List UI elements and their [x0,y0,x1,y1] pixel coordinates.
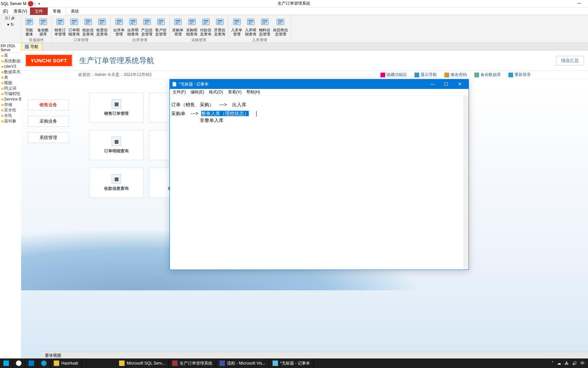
ribbon-button[interactable]: 出库明 细查询 [126,16,140,37]
tray-cloud-icon[interactable]: ☁ [557,361,561,366]
ribbon-button[interactable]: 订单明 细查询 [67,16,81,37]
svg-rect-7 [41,23,44,24]
svg-rect-11 [58,23,61,24]
ribbon-button[interactable]: 入库单 管理 [230,16,244,37]
nav-tile[interactable]: ▦销售订单管理 [89,93,144,123]
ribbon-button[interactable]: 产品信 息管理 [140,16,154,37]
ribbon-button[interactable]: 采购单 管理 [171,16,185,37]
tree-item[interactable]: 安全性 [0,107,21,113]
svg-rect-69 [278,20,283,21]
taskbar-notepad[interactable]: *无标题 - 记事本 [269,358,313,368]
nav-link[interactable]: 修改密码 [444,72,467,78]
svg-rect-19 [86,23,89,24]
folder-icon [1,77,3,79]
qat-dropdown-icon[interactable]: ▾ [37,2,42,5]
side-button[interactable]: 销售业务 [28,99,69,110]
tray-ime[interactable]: 中 [581,361,585,366]
taskbar-edge[interactable] [38,358,50,368]
ribbon-button[interactable]: 入库明 细查询 [244,16,258,37]
svg-rect-25 [117,20,121,21]
nav-subheader: 欢迎您：Admin 今天是：2021年12月9日 隐藏功能区显示导航修改密码备份… [21,71,588,79]
close-button[interactable]: ✕ [453,79,467,89]
tile-label: 收款信息查询 [104,186,129,191]
tree-item[interactable]: 数据库关系图 [0,69,21,75]
ribbon-group-purchase: 采购单 管理采购明 细查询付款信 息查询开票信 息查询 采购管理 [169,15,228,43]
notepad-menu-item[interactable]: 查看(V) [228,89,242,95]
tab-nav[interactable]: 导航 [21,43,42,50]
nav-link[interactable]: 显示导航 [414,72,437,78]
menu-e[interactable]: (E) [0,7,11,15]
ribbon-icon [69,16,80,27]
tab-system[interactable]: 系统 [66,7,84,15]
start-button[interactable] [0,358,13,368]
taskbar-search[interactable] [13,358,25,368]
menu-bar: (E) 查看(V) 文件 常规 系统 [0,7,588,15]
ribbon-button[interactable]: 开票信 息查询 [213,16,227,37]
minimize-icon[interactable]: — [577,1,581,5]
ribbon-button[interactable]: 付款信 息查询 [199,16,213,37]
tree-item[interactable]: 表 [0,75,21,80]
minimize-button[interactable]: — [426,79,439,89]
nav-link[interactable]: 隐藏功能区 [380,72,407,78]
tray-volume-icon[interactable]: 🔊 [572,361,577,366]
ribbon-button[interactable]: 备份数 据库 [36,16,50,37]
notepad-menu-item[interactable]: 帮助(H) [246,89,260,95]
tray-chevron-icon[interactable]: ˄ [552,361,554,366]
side-button[interactable]: 系统管理 [28,132,69,143]
taskbar-explorer[interactable]: HaoHuali [50,358,82,368]
taskbar-ssms[interactable]: Microsoft SQL Serv... [116,358,169,368]
tree-item[interactable]: 系统数据库 [0,58,21,64]
notepad-menu-item[interactable]: 文件(F) [173,89,186,95]
tree-item[interactable]: 可编程性 [0,91,21,96]
folder-icon [1,55,3,57]
scrollbar[interactable] [463,96,469,270]
tree-item[interactable]: 全性 [0,113,21,118]
notepad-titlebar[interactable]: 📄 *无标题 - 记事本 — ☐ ✕ [170,79,469,89]
notepad-menu-item[interactable]: 编辑(E) [191,89,204,95]
ribbon-button[interactable]: 收款信 息查询 [81,16,95,37]
maximize-button[interactable]: ☐ [439,79,453,89]
side-button[interactable]: 采购业务 [28,116,69,127]
ribbon-button-label: 入库单 管理 [231,28,242,36]
tree-item[interactable]: 存储 [0,102,21,107]
tray-network-icon[interactable]: 🖧 [565,361,569,366]
ribbon-button[interactable]: 导航 窗体 [22,16,36,37]
tree-item[interactable]: 视图 [0,80,21,86]
refresh-icon[interactable]: ↻ [11,22,14,27]
taskbar-visio[interactable]: 流程 - Microsoft Vis... [216,358,269,368]
tree-item[interactable]: 器对象 [0,118,21,124]
filter-icon[interactable]: ▾ [7,22,9,27]
svg-rect-27 [117,23,120,24]
system-tray[interactable]: ˄ ☁ 🖧 🔊 中 [548,361,588,366]
ribbon-button[interactable]: 收票信 息查询 [95,16,109,37]
tree-item[interactable]: Service Bro [0,96,21,102]
ribbon-button[interactable]: 出库单 管理 [112,16,126,37]
menu-view[interactable]: 查看(V) [11,7,30,15]
ribbon-button[interactable]: 物料信 息管理 [258,16,272,37]
taskbar-vscode[interactable] [25,358,38,368]
taskbar-access[interactable]: 生产订单管理系统 [169,358,216,368]
qat-sep: | [35,1,36,6]
ribbon: )) | 🔊 ▾ ↻ 导航 窗体备份数 据库 常规操作 销售订 单管理订单明 细… [0,15,588,43]
ribbon-button[interactable]: 供货商信 息管理 [272,16,289,37]
ribbon-button[interactable]: 客户信 息管理 [154,16,168,37]
ribbon-button[interactable]: 采购明 细查询 [185,16,199,37]
nav-link[interactable]: 重新登录 [508,72,531,78]
tab-normal[interactable]: 常规 [48,7,66,15]
ribbon-button[interactable]: 销售订 单管理 [53,16,67,37]
nav-link[interactable]: 备份数据库 [474,72,501,78]
notepad-menu-item[interactable]: 格式(O) [209,89,223,95]
tree-item[interactable]: rderV3 [0,64,21,69]
svg-rect-22 [100,21,104,22]
ribbon-button-label: 产品信 息管理 [141,28,152,36]
tree-item[interactable]: 库 [0,53,21,58]
notepad-textarea[interactable]: 订单（销售、采购） ---> 出入库 采购单 ---> 整单入库（理想状态） 非… [170,96,469,270]
nav-tile[interactable]: ▦订单明细查询 [89,130,144,160]
tab-file[interactable]: 文件 [30,7,48,15]
svg-rect-58 [234,21,239,22]
ribbon-icon [142,16,152,27]
summary-button[interactable]: 综合汇总 [556,56,584,65]
object-explorer: ER (SQL Serve 库系统数据库rderV3数据库关系图表视图同义词可编… [0,43,21,281]
tree-item[interactable]: 同义词 [0,86,21,91]
nav-tile[interactable]: ▦收款信息查询 [89,168,144,198]
